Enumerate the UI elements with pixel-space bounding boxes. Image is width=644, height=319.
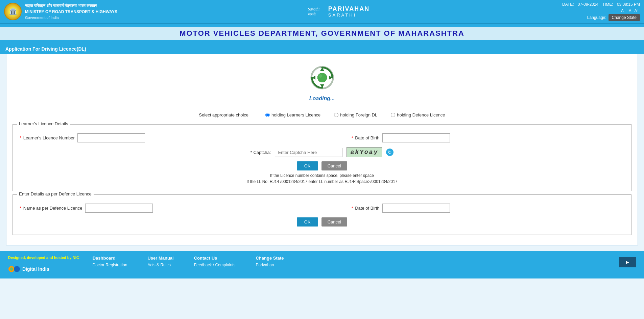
app-header-bar: Application For Driving Licence(DL) [0,44,644,54]
footer-acts-rules[interactable]: Acts & Rules [147,263,173,267]
captcha-label: * Captcha: [251,150,271,155]
digital-india-logo: Digital India [8,263,49,275]
footer-feedback[interactable]: Feedback / Complaints [194,263,236,267]
hindi-title: सड़क परिवहन और राजमार्ग मंत्रालय भारत सर… [25,3,117,9]
digital-india-text: Digital India [22,266,49,272]
ministry-info: सड़क परिवहन और राजमार्ग मंत्रालय भारत सर… [25,3,117,21]
radio-foreign[interactable]: holding Foreign DL [334,112,377,117]
font-mid-link[interactable]: A [629,8,631,12]
main-content: Loading... Select appropriate choice hol… [6,54,638,245]
radio-learners-label: holding Learners Licence [271,112,320,117]
info-text-1: If the Licence number contains space, pl… [20,173,624,178]
footer-parivahan[interactable]: Parivahan [256,263,284,267]
footer-changestate-title: Change State [256,256,284,261]
footer: Designed, developed and hosted by NIC Di… [0,251,644,278]
dob-label: * Date of Birth [326,135,380,140]
loading-spinner-icon [309,64,336,91]
footer-dashboard-title: Dashboard [93,256,127,261]
defence-name-label: * Name as per Defence Licence [20,206,82,211]
date-value: 07-09-2024 [578,2,598,7]
defence-name-required-star: * [20,206,21,211]
svg-point-4 [317,73,327,82]
sarathi-label: SARATHI [328,12,369,18]
defence-dob-label: * Date of Birth [326,206,380,211]
svg-text:Sarathi: Sarathi [308,7,319,11]
radio-defence[interactable]: holding Defence Licence [391,112,445,117]
learners-ok-button[interactable]: OK [297,161,318,170]
sarathi-logo: Sarathi सारथी PARIVAHAN SARATHI [307,4,369,19]
footer-nic: Designed, developed and hosted by NIC Di… [8,256,79,275]
footer-manual-title: User Manual [147,256,173,261]
radio-foreign-input[interactable] [334,113,338,117]
parivahan-label: PARIVAHAN [328,5,369,12]
datetime-display: DATE: 07-09-2024 TIME: 03:08:15 PM [559,2,640,7]
select-label: Select appropriate choice [199,112,248,117]
defence-ok-button[interactable]: OK [297,217,318,227]
ll-required-star: * [20,135,21,140]
captcha-row: * Captcha: akYoay ↻ [20,147,624,157]
learners-btn-row: OK Cancel [20,161,624,170]
digital-india-icon [8,263,20,275]
loading-text: Loading... [6,96,638,102]
font-controls: A⁻ A A⁺ [559,8,640,13]
ll-number-field: * Learner's Licence Number [20,133,319,142]
defence-section-title: Enter Details as per Defence Licence [17,191,94,196]
header-left: 🏛️ सड़क परिवहन और राजमार्ग मंत्रालय भारत… [4,3,117,21]
time-value: 03:08:15 PM [617,2,640,7]
radio-learners-input[interactable] [265,113,270,117]
learners-form-row: * Learner's Licence Number * Date of Bir… [20,133,624,142]
defence-form-row: * Name as per Defence Licence * Date of … [20,204,624,213]
radio-defence-label: holding Defence Licence [397,112,445,117]
top-header: 🏛️ सड़क परिवहन और राजमार्ग मंत्रालय भारत… [0,0,644,24]
learners-section-title: Learner's Licence Details [17,121,70,126]
footer-contact-title: Contact Us [194,256,236,261]
radio-learners[interactable]: holding Learners Licence [265,112,320,117]
radio-group: Select appropriate choice holding Learne… [6,108,638,121]
page-title: MOTOR VEHICLES DEPARTMENT, GOVERNMENT OF… [0,27,644,40]
svg-point-7 [14,266,20,272]
time-label: TIME: [602,2,613,7]
change-state-button[interactable]: Change State [609,14,640,21]
radio-defence-input[interactable] [391,113,395,117]
emblem-icon: 🏛️ [4,3,22,20]
ll-number-input[interactable] [77,133,145,142]
defence-section: Enter Details as per Defence Licence * N… [13,194,631,235]
defence-btn-row: OK Cancel [20,217,624,227]
defence-cancel-button[interactable]: Cancel [321,217,347,227]
defence-name-field: * Name as per Defence Licence [20,204,319,213]
header-right: DATE: 07-09-2024 TIME: 03:08:15 PM A⁻ A … [559,2,640,21]
dob-field: * Date of Birth [326,133,625,142]
footer-col-contact: Contact Us Feedback / Complaints [194,256,236,267]
font-small-link[interactable]: A⁻ [621,8,625,12]
footer-col-changestate: Change State Parivahan [256,256,284,267]
radio-foreign-label: holding Foreign DL [340,112,377,117]
captcha-refresh-button[interactable]: ↻ [386,149,393,156]
loading-area: Loading... [6,54,638,108]
parivahan-sarathi-text: PARIVAHAN SARATHI [328,5,369,18]
nic-label: NIC [73,256,79,260]
svg-point-8 [10,267,13,271]
svg-point-5 [319,74,322,78]
language-row: Language: Change State [559,14,640,21]
learners-cancel-button[interactable]: Cancel [321,161,347,170]
footer-action-button[interactable]: ▶ [619,257,636,267]
captcha-image: akYoay [347,147,382,157]
footer-links: Dashboard Doctor Registration User Manua… [93,256,605,267]
footer-col-manual: User Manual Acts & Rules [147,256,173,267]
date-label: DATE: [562,2,574,7]
info-text-2: If the LL No: RJ14 /0001234/2017 enter L… [20,179,624,184]
footer-doctor-reg[interactable]: Doctor Registration [93,263,127,267]
defence-dob-input[interactable] [382,204,450,213]
dob-input[interactable] [382,133,450,142]
learners-section: Learner's Licence Details * Learner's Li… [13,124,631,191]
gov-label: Government of India [25,15,117,21]
font-large-link[interactable]: A⁺ [635,8,639,12]
defence-name-input[interactable] [85,204,153,213]
app-title: Application For Driving Licence(DL) [5,46,86,52]
language-label: Language: [587,15,606,20]
dob-required-star: * [352,135,353,140]
defence-dob-required-star: * [352,206,353,211]
captcha-input[interactable] [275,148,342,157]
ll-number-label: * Learner's Licence Number [20,135,75,140]
english-title: MINISTRY OF ROAD TRANSPORT & HIGHWAYS [25,9,117,15]
